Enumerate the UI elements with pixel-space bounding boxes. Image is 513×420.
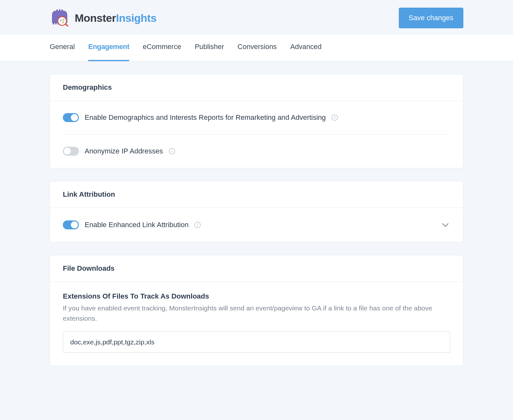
header-bar: MonsterInsights Save changes [0, 0, 513, 34]
setting-row-demographics: Enable Demographics and Interests Report… [63, 101, 450, 134]
svg-line-5 [65, 24, 68, 26]
demographics-panel: Demographics Enable Demographics and Int… [50, 74, 463, 168]
settings-tabs: General Engagement eCommerce Publisher C… [0, 34, 513, 61]
setting-label: Enable Enhanced Link Attribution [85, 221, 189, 229]
save-changes-button[interactable]: Save changes [399, 8, 463, 28]
info-icon[interactable]: i [194, 222, 201, 228]
panel-title: Link Attribution [63, 190, 450, 199]
monster-logo-icon [50, 8, 70, 28]
file-downloads-panel: File Downloads Extensions Of Files To Tr… [50, 255, 463, 366]
info-icon[interactable]: i [332, 114, 338, 121]
toggle-anonymize-ip[interactable] [63, 147, 79, 156]
tab-advanced[interactable]: Advanced [290, 34, 322, 61]
svg-point-4 [63, 19, 64, 21]
setting-row-anonymize-ip: Anonymize IP Addresses i [63, 134, 450, 168]
tab-publisher[interactable]: Publisher [195, 34, 224, 61]
brand-name-secondary: Insights [116, 12, 156, 24]
info-icon[interactable]: i [169, 148, 175, 154]
svg-point-2 [60, 20, 62, 21]
tab-engagement[interactable]: Engagement [88, 34, 129, 61]
tab-ecommerce[interactable]: eCommerce [143, 34, 181, 61]
tab-conversions[interactable]: Conversions [238, 34, 277, 61]
field-heading: Extensions Of Files To Track As Download… [63, 292, 450, 301]
brand-logo: MonsterInsights [50, 8, 156, 28]
panel-title: File Downloads [63, 264, 450, 273]
toggle-enhanced-link[interactable] [63, 220, 79, 229]
toggle-demographics[interactable] [63, 113, 79, 122]
setting-label: Anonymize IP Addresses [85, 147, 163, 155]
panel-header: Demographics [50, 74, 463, 101]
setting-row-enhanced-link: Enable Enhanced Link Attribution i [63, 208, 450, 242]
panel-title: Demographics [63, 83, 450, 92]
brand-name-primary: Monster [75, 12, 116, 24]
field-help-text: If you have enabled event tracking, Mons… [63, 303, 450, 323]
tab-general[interactable]: General [50, 34, 75, 61]
setting-label: Enable Demographics and Interests Report… [85, 113, 326, 122]
link-attribution-panel: Link Attribution Enable Enhanced Link At… [50, 181, 463, 242]
panel-header: Link Attribution [50, 181, 463, 208]
extensions-input[interactable] [63, 332, 450, 353]
chevron-down-icon[interactable] [441, 220, 450, 230]
svg-point-3 [62, 21, 64, 23]
brand-name: MonsterInsights [75, 12, 156, 24]
panel-header: File Downloads [50, 255, 463, 282]
